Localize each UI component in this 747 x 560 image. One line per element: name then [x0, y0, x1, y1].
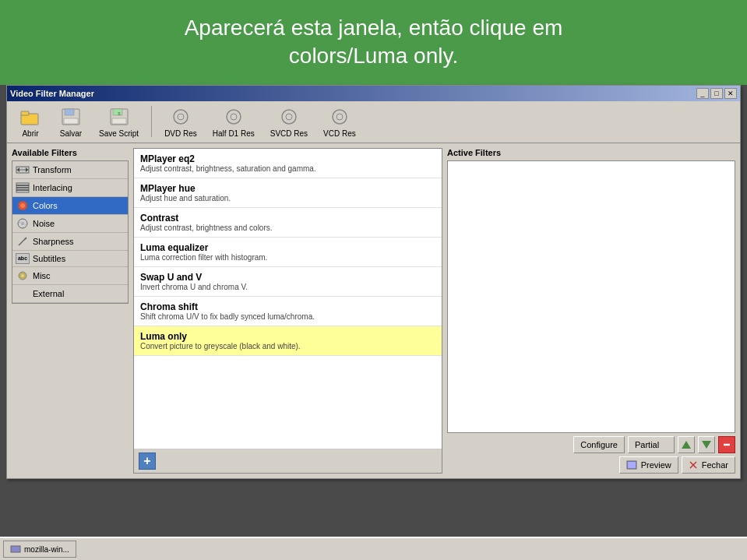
active-filters-box	[447, 160, 735, 433]
svg-point-28	[21, 222, 24, 225]
filter-item-mplayer-eq2[interactable]: MPlayer eq2 Adjust contrast, brightness,…	[134, 149, 442, 178]
filter-desc: Adjust hue and saturation.	[140, 194, 435, 203]
minimize-button[interactable]: _	[696, 88, 709, 99]
subtitles-label: Subtitles	[33, 254, 65, 263]
category-external[interactable]: External	[12, 285, 128, 303]
filter-item-luma-only[interactable]: Luma only Convert picture to greyscale (…	[134, 326, 442, 356]
preview-button[interactable]: Preview	[619, 456, 678, 474]
filter-category-list: Transform Interlacing	[12, 160, 129, 304]
salvar-icon	[60, 106, 82, 128]
available-filters-label: Available Filters	[12, 148, 129, 157]
category-transform[interactable]: Transform	[12, 161, 128, 179]
toolbar-divider-1	[151, 106, 152, 137]
svg-marker-36	[702, 441, 711, 449]
salvar-button[interactable]: Salvar	[54, 104, 88, 139]
svg-point-34	[21, 274, 24, 277]
filter-name: MPlayer eq2	[140, 153, 435, 164]
filter-categories-panel: Available Filters Transform	[12, 148, 129, 474]
video-filter-manager-window: Video Filter Manager _ □ ✕ Abrir	[6, 85, 741, 479]
filter-list[interactable]: MPlayer eq2 Adjust contrast, brightness,…	[134, 149, 442, 449]
half-d1-res-button[interactable]: Half D1 Res	[208, 104, 259, 139]
sharpness-icon	[16, 235, 30, 248]
filter-list-row: MPlayer eq2 Adjust contrast, brightness,…	[134, 149, 442, 449]
transform-icon	[16, 164, 30, 176]
content-area: Available Filters Transform	[7, 143, 740, 478]
salvar-label: Salvar	[60, 129, 82, 138]
dvd-res-icon	[170, 106, 192, 128]
filter-name: Chroma shift	[140, 301, 435, 312]
svg-point-10	[178, 114, 184, 120]
filter-item-luma-equalizer[interactable]: Luma equalizer Luma correction filter wi…	[134, 238, 442, 267]
dvd-res-label: DVD Res	[164, 129, 197, 138]
filter-list-panel: MPlayer eq2 Adjust contrast, brightness,…	[133, 148, 442, 474]
filter-item-swap-u-v[interactable]: Swap U and V Invert chroma U and chroma …	[134, 267, 442, 297]
svg-point-29	[19, 220, 21, 223]
window-title: Video Filter Manager	[10, 89, 94, 98]
subtitles-icon: abc	[16, 253, 30, 264]
interlacing-label: Interlacing	[33, 183, 72, 192]
taskbar: mozilla-win...	[0, 537, 747, 560]
svg-point-12	[231, 114, 237, 120]
category-interlacing[interactable]: Interlacing	[12, 179, 128, 197]
category-sharpness[interactable]: Sharpness	[12, 233, 128, 251]
colors-label: Colors	[33, 201, 58, 210]
misc-icon	[16, 269, 30, 282]
filter-name: Luma only	[140, 331, 435, 342]
transform-label: Transform	[33, 165, 72, 174]
filter-name: Luma equalizer	[140, 242, 435, 253]
remove-button[interactable]	[718, 436, 735, 453]
svg-rect-42	[11, 546, 20, 552]
vcd-res-button[interactable]: VCD Res	[319, 104, 361, 139]
svg-point-14	[286, 114, 292, 120]
filter-desc: Luma correction filter with histogram.	[140, 253, 435, 262]
taskbar-item[interactable]: mozilla-win...	[3, 541, 76, 558]
taskbar-label: mozilla-win...	[24, 545, 69, 554]
filter-item-mplayer-hue[interactable]: MPlayer hue Adjust hue and saturation.	[134, 178, 442, 208]
svg-rect-3	[65, 109, 74, 115]
category-misc[interactable]: Misc	[12, 267, 128, 285]
filter-name: Swap U and V	[140, 272, 435, 283]
slide-text: Aparecerá esta janela, então clique em c…	[23, 14, 724, 71]
save-script-button[interactable]: S Save Script	[94, 104, 143, 139]
half-d1-res-icon	[223, 106, 245, 128]
svg-point-16	[337, 114, 343, 120]
toolbar: Abrir Salvar S Save Script	[7, 101, 740, 143]
save-script-icon: S	[108, 106, 130, 128]
noise-icon	[16, 217, 30, 230]
window-controls: _ □ ✕	[696, 88, 737, 99]
save-script-label: Save Script	[99, 129, 139, 138]
sharpness-label: Sharpness	[33, 237, 74, 246]
svg-point-30	[25, 224, 27, 226]
category-noise[interactable]: Noise	[12, 215, 128, 233]
filter-item-chroma-shift[interactable]: Chroma shift Shift chroma U/V to fix bad…	[134, 297, 442, 326]
svg-marker-35	[682, 441, 691, 449]
external-icon	[16, 287, 30, 300]
svcd-res-button[interactable]: SVCD Res	[266, 104, 312, 139]
fechar-button[interactable]: Fechar	[682, 456, 735, 474]
move-up-button[interactable]	[678, 436, 695, 453]
svg-point-9	[174, 110, 188, 124]
svg-rect-7	[112, 118, 126, 124]
misc-label: Misc	[33, 271, 51, 280]
abrir-icon	[19, 106, 41, 128]
partial-button[interactable]: Partial	[628, 436, 675, 453]
title-bar: Video Filter Manager _ □ ✕	[7, 86, 740, 101]
dvd-res-button[interactable]: DVD Res	[160, 104, 202, 139]
svg-rect-1	[21, 111, 29, 115]
interlacing-icon	[16, 181, 30, 194]
filter-name: MPlayer hue	[140, 183, 435, 194]
svg-rect-4	[64, 118, 78, 124]
filter-desc: Invert chroma U and chroma V.	[140, 283, 435, 291]
category-subtitles[interactable]: abc Subtitles	[12, 251, 128, 267]
add-filter-button[interactable]: +	[139, 453, 156, 470]
configure-button[interactable]: Configure	[573, 436, 625, 453]
filter-name: Contrast	[140, 213, 435, 224]
abrir-button[interactable]: Abrir	[13, 104, 48, 139]
category-colors[interactable]: Colors	[12, 197, 128, 215]
svg-point-15	[333, 110, 347, 124]
filter-item-contrast[interactable]: Contrast Adjust contrast, brightness and…	[134, 208, 442, 238]
move-down-button[interactable]	[698, 436, 715, 453]
maximize-button[interactable]: □	[710, 88, 723, 99]
active-filters-label: Active Filters	[447, 148, 735, 157]
close-button[interactable]: ✕	[724, 88, 737, 99]
